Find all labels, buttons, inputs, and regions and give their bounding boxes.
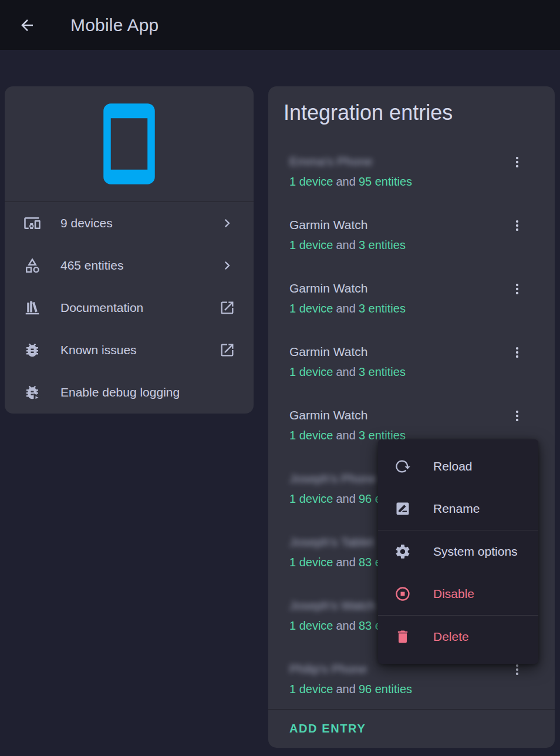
device-count-link[interactable]: 1 device — [289, 556, 333, 569]
integration-info-card: 9 devices 465 entities Documentation Kno… — [5, 86, 254, 414]
dots-vertical-icon — [510, 408, 525, 424]
menu-item-label: Reload — [433, 459, 473, 473]
bookshelf-icon — [23, 299, 41, 317]
device-count-link[interactable]: 1 device — [289, 683, 333, 695]
entry-row: Garmin Watch 1 deviceand3 entities — [268, 203, 555, 266]
menu-item-reload[interactable]: Reload — [378, 445, 538, 488]
device-count-link[interactable]: 1 device — [289, 492, 333, 505]
entry-summary: 1 deviceand3 entities — [289, 365, 555, 379]
sidebar-item-devices[interactable]: 9 devices — [5, 202, 254, 244]
conjunction-text: and — [336, 683, 356, 695]
menu-item-rename[interactable]: Rename — [378, 488, 538, 530]
bug-play-icon — [23, 384, 41, 401]
entry-menu-button[interactable] — [503, 148, 531, 176]
delete-icon — [394, 629, 411, 645]
conjunction-text: and — [336, 175, 356, 188]
menu-item-delete[interactable]: Delete — [378, 616, 538, 658]
entity-count-link[interactable]: 3 entities — [359, 238, 406, 251]
shapes-icon — [23, 257, 41, 274]
entity-count-link[interactable]: 3 entities — [359, 302, 406, 315]
back-button[interactable] — [13, 11, 41, 39]
bug-icon — [23, 341, 41, 359]
entry-menu-button[interactable] — [503, 338, 531, 367]
devices-icon — [23, 214, 41, 232]
entry-menu-button[interactable] — [503, 275, 531, 303]
open-in-new-icon — [219, 300, 235, 316]
entries-card-title: Integration entries — [284, 100, 453, 125]
conjunction-text: and — [336, 429, 356, 442]
reload-icon — [394, 458, 411, 475]
entry-menu-button[interactable] — [503, 211, 531, 240]
entry-name: Garmin Watch — [289, 217, 367, 233]
chevron-right-icon — [219, 215, 235, 231]
cog-icon — [394, 543, 411, 560]
device-count-link[interactable]: 1 device — [289, 429, 333, 442]
menu-item-label: Delete — [433, 630, 469, 644]
sidebar-item-enable-debug-logging[interactable]: Enable debug logging — [5, 371, 254, 414]
entry-name: Emma's Phone — [289, 154, 373, 169]
enable-debug-logging-label: Enable debug logging — [60, 385, 180, 399]
dots-vertical-icon — [510, 662, 525, 677]
conjunction-text: and — [336, 556, 356, 569]
entry-name: Philip's Phone — [289, 661, 367, 677]
entry-name: Joseph's Phone — [289, 471, 377, 486]
integration-logo-zone — [5, 86, 254, 201]
dots-vertical-icon — [510, 281, 525, 297]
entities-link-label: 465 entities — [60, 258, 123, 273]
conjunction-text: and — [336, 492, 356, 505]
entry-row: Garmin Watch 1 deviceand3 entities — [268, 266, 555, 330]
sidebar-item-entities[interactable]: 465 entities — [5, 244, 254, 287]
menu-item-label: System options — [433, 545, 518, 559]
entry-summary: 1 deviceand96 entities — [289, 682, 555, 696]
device-count-link[interactable]: 1 device — [289, 619, 333, 632]
device-count-link[interactable]: 1 device — [289, 365, 333, 378]
conjunction-text: and — [336, 619, 356, 632]
entry-context-menu: Reload Rename System options Disable Del… — [378, 439, 538, 664]
open-in-new-icon — [219, 342, 235, 358]
conjunction-text: and — [336, 302, 356, 315]
entry-menu-button[interactable] — [503, 402, 531, 430]
app-header: Mobile App — [0, 0, 560, 50]
dots-vertical-icon — [510, 218, 525, 233]
device-count-link[interactable]: 1 device — [289, 175, 333, 188]
arrow-left-icon — [18, 16, 36, 34]
entry-name: Joseph's Tablet — [289, 535, 374, 550]
entry-row: Garmin Watch 1 deviceand3 entities — [268, 330, 555, 393]
page-title: Mobile App — [70, 15, 158, 35]
entry-summary: 1 deviceand3 entities — [289, 301, 555, 315]
chevron-right-icon — [219, 257, 235, 274]
entry-name: Garmin Watch — [289, 344, 367, 359]
entity-count-link[interactable]: 96 entities — [359, 683, 412, 695]
entry-name: Garmin Watch — [289, 408, 367, 423]
entries-card-footer: ADD ENTRY — [268, 709, 555, 748]
dots-vertical-icon — [510, 345, 525, 360]
known-issues-link-label: Known issues — [60, 343, 137, 357]
entry-summary: 1 deviceand95 entities — [289, 174, 555, 189]
conjunction-text: and — [336, 365, 356, 378]
conjunction-text: and — [336, 238, 356, 251]
entry-name: Garmin Watch — [289, 281, 367, 296]
entry-row: Emma's Phone 1 deviceand95 entities — [268, 139, 555, 203]
menu-item-label: Disable — [433, 587, 474, 601]
menu-item-system-options[interactable]: System options — [378, 530, 538, 573]
entity-count-link[interactable]: 95 entities — [359, 175, 412, 188]
cellphone-icon — [85, 100, 173, 188]
rename-box-icon — [394, 500, 411, 517]
add-entry-button[interactable]: ADD ENTRY — [280, 716, 375, 741]
menu-item-disable[interactable]: Disable — [378, 573, 538, 615]
sidebar-item-known-issues[interactable]: Known issues — [5, 329, 254, 371]
entity-count-link[interactable]: 3 entities — [359, 365, 406, 378]
sidebar-item-documentation[interactable]: Documentation — [5, 287, 254, 329]
entry-summary: 1 deviceand3 entities — [289, 238, 555, 252]
device-count-link[interactable]: 1 device — [289, 238, 333, 251]
devices-link-label: 9 devices — [60, 216, 113, 230]
documentation-link-label: Documentation — [60, 301, 143, 315]
stop-circle-icon — [394, 586, 411, 602]
device-count-link[interactable]: 1 device — [289, 302, 333, 315]
menu-item-label: Rename — [433, 502, 480, 516]
entry-name: Joseph's Watch — [289, 598, 376, 613]
dots-vertical-icon — [510, 154, 525, 170]
